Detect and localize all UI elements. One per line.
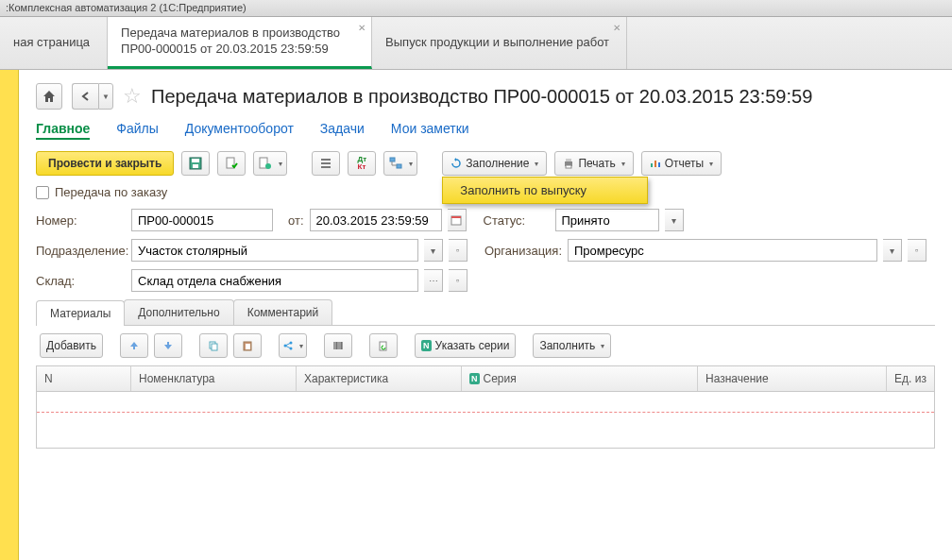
tree-icon xyxy=(388,156,403,171)
nav-tab-docflow[interactable]: Документооборот xyxy=(185,121,294,140)
copy-button[interactable] xyxy=(199,333,228,358)
detail-tabs: Материалы Дополнительно Комментарий xyxy=(36,299,935,326)
copy-icon xyxy=(208,340,219,351)
warehouse-more[interactable]: ⋯ xyxy=(424,269,443,292)
back-button[interactable]: ▼ xyxy=(72,83,113,110)
svg-rect-11 xyxy=(651,163,653,167)
add-row-button[interactable]: Добавить xyxy=(40,333,103,358)
refill-button[interactable] xyxy=(369,333,398,358)
org-open[interactable]: ▫ xyxy=(908,239,926,262)
grid-fill-button[interactable]: Заполнить ▾ xyxy=(533,333,611,358)
subtab-comment[interactable]: Комментарий xyxy=(233,299,333,325)
warehouse-input[interactable] xyxy=(131,269,418,292)
nav-tab-tasks[interactable]: Задачи xyxy=(320,121,365,140)
calendar-button[interactable] xyxy=(448,209,467,231)
col-series[interactable]: N Серия xyxy=(462,366,698,391)
from-label: от: xyxy=(288,213,304,228)
dept-open[interactable]: ▫ xyxy=(449,239,468,262)
move-down-button[interactable] xyxy=(154,333,182,358)
share-button[interactable]: ▾ xyxy=(279,333,307,358)
svg-rect-15 xyxy=(451,216,461,218)
move-up-button[interactable] xyxy=(120,333,148,358)
svg-rect-13 xyxy=(658,162,660,167)
warehouse-label: Склад: xyxy=(36,274,126,288)
grid-body[interactable] xyxy=(36,392,935,449)
print-button[interactable]: Печать ▾ xyxy=(554,151,633,176)
org-dropdown[interactable]: ▾ xyxy=(883,239,902,262)
nav-tab-files[interactable]: Файлы xyxy=(116,121,158,140)
page-title: Передача материалов в производство ПР00-… xyxy=(151,86,812,108)
nav-tab-main[interactable]: Главное xyxy=(36,121,90,140)
post-and-close-button[interactable]: Провести и закрыть xyxy=(36,151,174,176)
post-button[interactable] xyxy=(217,151,246,176)
dept-input[interactable] xyxy=(131,239,418,262)
checkbox-label: Передача по заказу xyxy=(55,185,167,199)
col-nomenclature[interactable]: Номенклатура xyxy=(131,366,297,391)
list-button[interactable] xyxy=(312,151,340,176)
svg-rect-10 xyxy=(566,165,571,168)
dt-kt-button[interactable]: ДтКт xyxy=(348,151,376,176)
tab-start-page[interactable]: ная страница xyxy=(0,17,108,69)
close-icon[interactable]: ✕ xyxy=(358,23,366,33)
tab-product-release[interactable]: Выпуск продукции и выполнение работ ✕ xyxy=(372,17,627,69)
status-input[interactable] xyxy=(555,209,659,231)
paste-button[interactable] xyxy=(233,333,262,358)
org-label: Организация: xyxy=(484,244,562,258)
paste-icon xyxy=(242,340,253,351)
number-input[interactable] xyxy=(131,209,273,231)
button-label: Провести и закрыть xyxy=(48,157,162,170)
save-button[interactable] xyxy=(181,151,210,176)
doc-refresh-icon xyxy=(378,340,389,351)
grid-toolbar: Добавить ▾ N Указать серии Заполнить ▾ xyxy=(36,326,935,365)
favorite-star-icon[interactable]: ☆ xyxy=(123,84,142,109)
calendar-icon xyxy=(450,214,462,226)
svg-rect-17 xyxy=(212,344,217,350)
document-check-icon xyxy=(224,156,239,171)
svg-rect-6 xyxy=(390,158,395,161)
status-label: Статус: xyxy=(484,213,550,228)
home-button[interactable] xyxy=(36,83,62,110)
col-unit[interactable]: Ед. из xyxy=(887,366,934,391)
grid-header: N Номенклатура Характеристика N Серия На… xyxy=(36,365,935,392)
fill-by-release-item[interactable]: Заполнить по выпуску xyxy=(443,178,647,203)
document-tabs: ная страница Передача материалов в произ… xyxy=(0,17,952,70)
close-icon[interactable]: ✕ xyxy=(613,23,620,33)
subtab-additional[interactable]: Дополнительно xyxy=(124,299,233,325)
reports-button[interactable]: Отчеты ▾ xyxy=(641,151,722,176)
refresh-icon xyxy=(450,158,462,169)
barcode-button[interactable] xyxy=(324,333,352,358)
col-purpose[interactable]: Назначение xyxy=(698,366,887,391)
col-characteristic[interactable]: Характеристика xyxy=(297,366,462,391)
svg-rect-19 xyxy=(246,344,250,349)
specify-series-button[interactable]: N Указать серии xyxy=(415,333,516,358)
structure-button[interactable]: ▾ xyxy=(383,151,417,176)
left-yellow-strip xyxy=(0,70,19,560)
col-n[interactable]: N xyxy=(37,366,131,391)
dtkt-icon: ДтКт xyxy=(358,156,367,171)
nav-tab-notes[interactable]: Мои заметки xyxy=(391,121,469,140)
warehouse-open[interactable]: ▫ xyxy=(449,269,468,292)
page-header: ▼ ☆ Передача материалов в производство П… xyxy=(36,83,935,110)
subtab-materials[interactable]: Материалы xyxy=(36,300,125,326)
tab-transfer-materials[interactable]: Передача материалов в производство ПР00-… xyxy=(108,17,372,69)
printer-icon xyxy=(563,158,574,169)
fill-button[interactable]: Заполнение ▾ xyxy=(442,151,547,176)
home-icon xyxy=(42,89,57,104)
org-input[interactable] xyxy=(568,239,877,262)
svg-point-5 xyxy=(265,163,271,169)
window-title: :Комплексная автоматизация 2 (1С:Предпри… xyxy=(6,2,246,13)
window-titlebar: :Комплексная автоматизация 2 (1С:Предпри… xyxy=(0,0,952,17)
tab-label: Передача материалов в производство ПР00-… xyxy=(121,25,354,58)
svg-rect-2 xyxy=(193,164,198,168)
back-dropdown[interactable]: ▼ xyxy=(98,83,113,110)
checkbox-icon xyxy=(36,186,49,199)
tab-label: Выпуск продукции и выполнение работ xyxy=(385,35,609,51)
date-input[interactable] xyxy=(310,209,442,231)
svg-rect-1 xyxy=(192,159,199,162)
arrow-down-icon xyxy=(162,340,174,351)
button-label: Заполнение xyxy=(466,157,529,170)
dept-dropdown[interactable]: ▾ xyxy=(424,239,443,262)
create-based-on-button[interactable]: ▾ xyxy=(253,151,287,176)
status-dropdown[interactable]: ▾ xyxy=(665,209,684,231)
grid-empty-row xyxy=(37,392,934,413)
